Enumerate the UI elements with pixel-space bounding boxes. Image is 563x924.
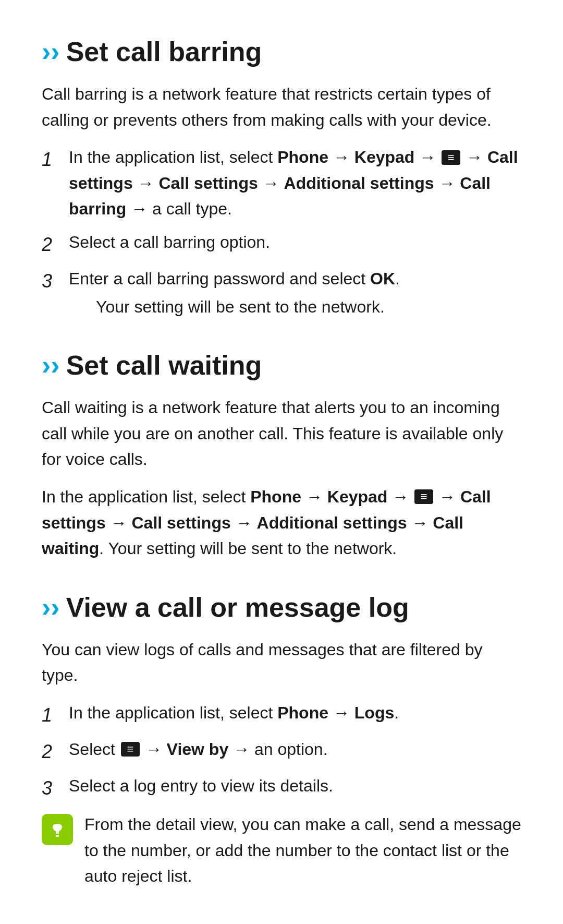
step-num-log-2: 2	[42, 737, 69, 766]
desc-call-waiting: Call waiting is a network feature that a…	[42, 395, 521, 473]
section-title-view-log: ›› View a call or message log	[42, 587, 521, 628]
section-call-barring: ›› Set call barring Call barring is a ne…	[42, 31, 521, 320]
step-num-2: 2	[42, 230, 69, 259]
section-call-waiting: ›› Set call waiting Call waiting is a ne…	[42, 345, 521, 562]
step-text-3-log: Select a log entry to view its details.	[69, 773, 521, 799]
note-box: From the detail view, you can make a cal…	[42, 812, 521, 890]
note-text: From the detail view, you can make a cal…	[84, 812, 521, 890]
step-1-log: 1 In the application list, select Phone …	[42, 700, 521, 729]
step-text-3-barring: Enter a call barring password and select…	[69, 269, 400, 288]
step-3-log: 3 Select a log entry to view its details…	[42, 773, 521, 802]
step-num-1: 1	[42, 145, 69, 174]
inline-para-call-waiting: In the application list, select Phone → …	[42, 484, 521, 562]
chevron-icon-3: ››	[42, 587, 60, 628]
step-num-3: 3	[42, 266, 69, 295]
chevron-icon: ››	[42, 31, 60, 72]
title-text-call-waiting: Set call waiting	[66, 345, 262, 386]
svg-rect-1	[56, 835, 59, 837]
step-num-log-1: 1	[42, 700, 69, 729]
steps-view-log: 1 In the application list, select Phone …	[42, 700, 521, 802]
section-title-call-waiting: ›› Set call waiting	[42, 345, 521, 386]
steps-call-barring: 1 In the application list, select Phone …	[42, 145, 521, 320]
menu-icon-2	[414, 489, 433, 504]
step-2-barring: 2 Select a call barring option.	[42, 230, 521, 259]
menu-icon	[442, 150, 460, 165]
note-svg	[47, 820, 67, 839]
step-2-log: 2 Select → View by → an option.	[42, 737, 521, 766]
desc-view-log: You can view logs of calls and messages …	[42, 637, 521, 689]
section-view-log: ›› View a call or message log You can vi…	[42, 587, 521, 890]
step-text-2-log: Select → View by → an option.	[69, 737, 521, 763]
title-text-call-barring: Set call barring	[66, 31, 262, 72]
step-1-barring: 1 In the application list, select Phone …	[42, 145, 521, 222]
chevron-icon-2: ››	[42, 345, 60, 386]
title-text-view-log: View a call or message log	[66, 587, 409, 628]
step-3-sub-text: Your setting will be sent to the network…	[96, 294, 400, 320]
note-icon	[42, 814, 73, 845]
step-3-barring: 3 Enter a call barring password and sele…	[42, 266, 521, 320]
step-num-log-3: 3	[42, 773, 69, 802]
menu-icon-3	[121, 742, 140, 757]
step-text-1-barring: In the application list, select Phone → …	[69, 145, 521, 222]
step-3-content: Enter a call barring password and select…	[69, 266, 400, 320]
step-text-1-log: In the application list, select Phone → …	[69, 700, 521, 726]
step-text-2-barring: Select a call barring option.	[69, 230, 521, 256]
section-title-call-barring: ›› Set call barring	[42, 31, 521, 72]
desc-call-barring: Call barring is a network feature that r…	[42, 81, 521, 133]
